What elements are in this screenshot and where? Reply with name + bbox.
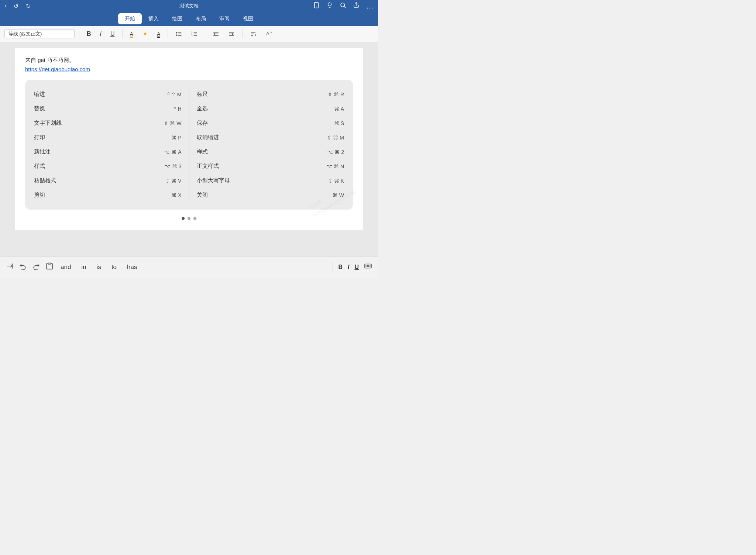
increase-indent-button[interactable]	[225, 29, 238, 39]
italic-button[interactable]: I	[97, 29, 104, 39]
tab-icon[interactable]	[6, 262, 13, 272]
suggestion-to[interactable]: to	[111, 263, 117, 271]
shortcut-row: 样式 ⌥⌘2	[197, 145, 344, 159]
document-link[interactable]: https://get.qiaobuqiao.com	[25, 66, 353, 72]
shortcut-keys: ⌥⌘2	[327, 149, 344, 155]
pagination-dots	[25, 213, 353, 221]
toolbar-divider-5	[242, 30, 243, 38]
menu-item-view[interactable]: 视图	[236, 13, 260, 24]
pagination-dot-2[interactable]	[188, 217, 190, 220]
word-suggestions: and in is to has	[61, 263, 137, 271]
share-icon[interactable]	[353, 2, 360, 10]
shortcut-keys: ⌘W	[333, 192, 344, 198]
document-title: 测试文档	[179, 3, 199, 9]
menu-bar: 开始 插入 绘图 布局 审阅 视图	[0, 12, 378, 26]
shortcut-keys: ⌘P	[171, 135, 181, 141]
menu-item-layout[interactable]: 布局	[189, 13, 213, 24]
shortcut-row: 全选 ⌘A	[197, 101, 344, 116]
svg-line-26	[271, 32, 272, 33]
shortcut-label: 打印	[34, 134, 171, 141]
toolbar-divider-4	[205, 30, 205, 38]
shortcut-panel: 缩进 ^⇧M 替换 ^H 文字下划线 ⇧⌘W 打印 ⌘P	[25, 80, 353, 210]
shortcut-label: 关闭	[197, 192, 333, 199]
suggestion-and[interactable]: and	[61, 263, 71, 271]
search-icon[interactable]	[340, 2, 346, 10]
redo-button[interactable]: ↻	[26, 3, 31, 10]
shortcut-keys: ⌘S	[334, 120, 344, 126]
suggestion-has[interactable]: has	[127, 263, 137, 271]
undo-bottom-button[interactable]	[19, 262, 27, 272]
svg-rect-8	[178, 32, 182, 32]
bullet-list-button[interactable]	[172, 29, 185, 39]
svg-point-6	[176, 33, 177, 34]
menu-item-start[interactable]: 开始	[118, 13, 142, 24]
svg-rect-14	[194, 32, 197, 32]
svg-rect-9	[178, 34, 182, 34]
shortcut-label: 样式	[197, 148, 327, 155]
document-text: 来自 get 巧不巧网。	[25, 57, 353, 64]
shortcut-row: 文字下划线 ⇧⌘W	[34, 116, 182, 130]
shortcut-keys: ⇧⌘R	[328, 92, 344, 97]
italic-bottom-button[interactable]: I	[348, 264, 349, 270]
svg-rect-10	[178, 35, 182, 36]
svg-rect-16	[194, 35, 197, 36]
title-bar: ‹ ↺ ↻ 测试文档 …	[0, 0, 378, 12]
bold-bottom-button[interactable]: B	[338, 264, 343, 270]
pagination-dot-1[interactable]	[182, 217, 185, 220]
shortcut-keys: ⇧⌘M	[327, 135, 344, 141]
shortcut-row: 正文样式 ⌥⌘N	[197, 159, 344, 173]
shortcut-label: 标尺	[197, 91, 328, 98]
shortcut-row: 替换 ^H	[34, 101, 182, 116]
highlight-button[interactable]	[139, 30, 151, 38]
font-color-button[interactable]: A	[127, 30, 136, 38]
shortcut-keys: ⇧⌘W	[164, 120, 181, 126]
font-selector[interactable]	[4, 29, 75, 38]
document-page: 来自 get 巧不巧网。 https://get.qiaobuqiao.com …	[15, 48, 363, 230]
svg-point-7	[176, 35, 177, 36]
decrease-indent-button[interactable]	[210, 29, 222, 39]
redo-bottom-button[interactable]	[32, 262, 40, 272]
menu-item-insert[interactable]: 插入	[142, 13, 165, 24]
shortcut-column-divider	[189, 87, 189, 202]
shortcut-keys: ⌘X	[171, 192, 181, 198]
svg-text:A: A	[267, 31, 269, 36]
title-bar-left: ‹ ↺ ↻	[4, 3, 31, 10]
svg-text:3: 3	[192, 34, 193, 37]
shortcut-label: 正文样式	[197, 163, 326, 170]
bulb-icon[interactable]	[326, 2, 333, 10]
menu-item-draw[interactable]: 绘图	[165, 13, 189, 24]
shortcut-row: 样式 ⌥⌘3	[34, 159, 182, 173]
underline-bottom-button[interactable]: U	[354, 264, 359, 270]
text-underline-color-button[interactable]: A	[154, 30, 163, 38]
suggestion-is[interactable]: is	[97, 263, 101, 271]
back-button[interactable]: ‹	[4, 3, 6, 9]
shortcut-col-right: 标尺 ⇧⌘R 全选 ⌘A 保存 ⌘S 取消缩进 ⇧⌘M	[197, 87, 344, 202]
shortcut-keys: ⇧⌘V	[165, 178, 181, 184]
paste-icon[interactable]	[46, 262, 53, 272]
shortcut-label: 小型大写字母	[197, 177, 328, 184]
svg-line-3	[344, 6, 346, 8]
shortcut-row: 小型大写字母 ⇧⌘K	[197, 173, 344, 188]
numbered-list-button[interactable]: 123	[188, 29, 200, 39]
bold-button[interactable]: B	[84, 29, 94, 39]
shortcut-label: 替换	[34, 105, 174, 112]
more-icon[interactable]: …	[366, 2, 374, 10]
mobile-icon[interactable]	[313, 2, 320, 10]
shortcut-label: 保存	[197, 120, 334, 127]
undo-button[interactable]: ↺	[14, 3, 18, 10]
bottom-left-controls	[6, 262, 53, 272]
shortcut-label: 粘贴格式	[34, 177, 165, 184]
keyboard-icon[interactable]	[364, 262, 372, 272]
shortcut-keys: ⌥⌘3	[165, 163, 182, 169]
svg-rect-30	[365, 264, 371, 268]
pagination-dot-3[interactable]	[193, 217, 196, 220]
suggestion-in[interactable]: in	[81, 263, 86, 271]
shortcut-keys: ⌥⌘A	[164, 149, 181, 155]
paragraph-format-button[interactable]: A	[262, 29, 275, 39]
clear-format-button[interactable]	[247, 29, 260, 39]
menu-item-review[interactable]: 审阅	[213, 13, 236, 24]
svg-point-1	[316, 7, 317, 7]
document-scroll-area[interactable]: 来自 get 巧不巧网。 https://get.qiaobuqiao.com …	[0, 42, 378, 256]
underline-button[interactable]: U	[107, 29, 118, 39]
bottom-right-controls: B I U	[333, 262, 372, 272]
